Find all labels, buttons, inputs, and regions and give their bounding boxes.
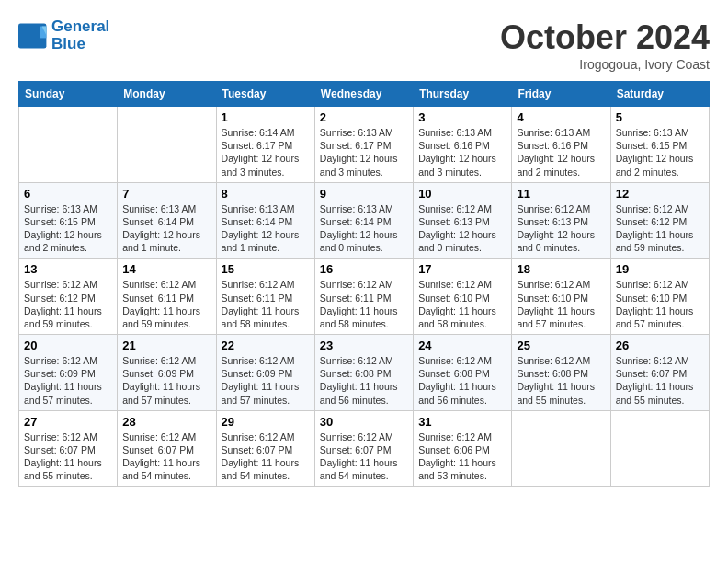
day-number: 13 — [24, 262, 112, 276]
day-number: 15 — [222, 262, 310, 276]
calendar-week-row: 13Sunrise: 6:12 AM Sunset: 6:12 PM Dayli… — [19, 259, 710, 335]
weekday-header-row: SundayMondayTuesdayWednesdayThursdayFrid… — [19, 82, 710, 107]
weekday-header-saturday: Saturday — [610, 82, 709, 107]
day-info: Sunrise: 6:12 AM Sunset: 6:10 PM Dayligh… — [418, 278, 506, 330]
calendar-cell: 27Sunrise: 6:12 AM Sunset: 6:07 PM Dayli… — [19, 410, 118, 487]
logo-icon — [18, 23, 48, 49]
day-info: Sunrise: 6:12 AM Sunset: 6:12 PM Dayligh… — [616, 202, 704, 255]
calendar-cell: 2Sunrise: 6:13 AM Sunset: 6:17 PM Daylig… — [314, 107, 413, 183]
day-info: Sunrise: 6:14 AM Sunset: 6:17 PM Dayligh… — [222, 126, 310, 178]
day-number: 26 — [616, 339, 704, 352]
calendar-cell — [610, 410, 709, 487]
calendar-week-row: 6Sunrise: 6:13 AM Sunset: 6:15 PM Daylig… — [19, 182, 710, 259]
calendar-cell: 29Sunrise: 6:12 AM Sunset: 6:07 PM Dayli… — [216, 410, 314, 487]
day-number: 19 — [616, 262, 704, 276]
day-number: 16 — [320, 262, 408, 276]
calendar-cell: 18Sunrise: 6:12 AM Sunset: 6:10 PM Dayli… — [512, 259, 610, 335]
day-number: 14 — [122, 262, 210, 276]
day-info: Sunrise: 6:12 AM Sunset: 6:10 PM Dayligh… — [517, 278, 605, 330]
day-number: 8 — [222, 187, 310, 201]
day-info: Sunrise: 6:12 AM Sunset: 6:06 PM Dayligh… — [418, 431, 506, 483]
calendar-cell: 15Sunrise: 6:12 AM Sunset: 6:11 PM Dayli… — [216, 259, 314, 335]
day-number: 25 — [517, 339, 605, 352]
calendar-cell: 20Sunrise: 6:12 AM Sunset: 6:09 PM Dayli… — [19, 335, 118, 411]
day-info: Sunrise: 6:12 AM Sunset: 6:12 PM Dayligh… — [24, 278, 112, 330]
calendar-week-row: 27Sunrise: 6:12 AM Sunset: 6:07 PM Dayli… — [19, 410, 710, 487]
day-info: Sunrise: 6:13 AM Sunset: 6:14 PM Dayligh… — [222, 202, 310, 255]
location-subtitle: Irogogoua, Ivory Coast — [500, 57, 710, 72]
calendar-cell: 25Sunrise: 6:12 AM Sunset: 6:08 PM Dayli… — [512, 335, 610, 411]
day-number: 31 — [418, 415, 506, 429]
calendar-cell: 13Sunrise: 6:12 AM Sunset: 6:12 PM Dayli… — [19, 259, 118, 335]
calendar-cell: 6Sunrise: 6:13 AM Sunset: 6:15 PM Daylig… — [19, 182, 118, 259]
calendar-cell: 28Sunrise: 6:12 AM Sunset: 6:07 PM Dayli… — [118, 410, 216, 487]
logo: General Blue — [18, 18, 109, 52]
day-info: Sunrise: 6:13 AM Sunset: 6:16 PM Dayligh… — [418, 126, 506, 178]
calendar-cell: 30Sunrise: 6:12 AM Sunset: 6:07 PM Dayli… — [314, 410, 413, 487]
calendar-cell: 22Sunrise: 6:12 AM Sunset: 6:09 PM Dayli… — [216, 335, 314, 411]
day-number: 21 — [122, 339, 210, 352]
day-info: Sunrise: 6:12 AM Sunset: 6:13 PM Dayligh… — [517, 202, 605, 255]
calendar-cell: 8Sunrise: 6:13 AM Sunset: 6:14 PM Daylig… — [216, 182, 314, 259]
weekday-header-wednesday: Wednesday — [314, 82, 413, 107]
day-number: 28 — [122, 415, 210, 429]
calendar-cell: 16Sunrise: 6:12 AM Sunset: 6:11 PM Dayli… — [314, 259, 413, 335]
calendar-cell: 12Sunrise: 6:12 AM Sunset: 6:12 PM Dayli… — [610, 182, 709, 259]
day-number: 10 — [418, 187, 506, 201]
day-number: 24 — [418, 339, 506, 352]
calendar-cell: 1Sunrise: 6:14 AM Sunset: 6:17 PM Daylig… — [216, 107, 314, 183]
day-number: 23 — [320, 339, 408, 352]
day-info: Sunrise: 6:13 AM Sunset: 6:17 PM Dayligh… — [320, 126, 408, 178]
weekday-header-thursday: Thursday — [414, 82, 512, 107]
calendar-cell: 24Sunrise: 6:12 AM Sunset: 6:08 PM Dayli… — [414, 335, 512, 411]
logo-text-blue: Blue — [51, 36, 109, 53]
day-number: 12 — [616, 187, 704, 201]
day-info: Sunrise: 6:12 AM Sunset: 6:07 PM Dayligh… — [616, 354, 704, 407]
day-info: Sunrise: 6:12 AM Sunset: 6:09 PM Dayligh… — [122, 354, 210, 407]
calendar-cell: 31Sunrise: 6:12 AM Sunset: 6:06 PM Dayli… — [414, 410, 512, 487]
day-info: Sunrise: 6:12 AM Sunset: 6:07 PM Dayligh… — [24, 431, 112, 483]
calendar-cell: 10Sunrise: 6:12 AM Sunset: 6:13 PM Dayli… — [414, 182, 512, 259]
calendar-table: SundayMondayTuesdayWednesdayThursdayFrid… — [18, 81, 710, 487]
weekday-header-sunday: Sunday — [19, 82, 118, 107]
calendar-cell: 21Sunrise: 6:12 AM Sunset: 6:09 PM Dayli… — [118, 335, 216, 411]
day-number: 20 — [24, 339, 112, 352]
calendar-cell: 14Sunrise: 6:12 AM Sunset: 6:11 PM Dayli… — [118, 259, 216, 335]
calendar-cell: 26Sunrise: 6:12 AM Sunset: 6:07 PM Dayli… — [610, 335, 709, 411]
day-info: Sunrise: 6:12 AM Sunset: 6:13 PM Dayligh… — [418, 202, 506, 255]
page-header: General Blue October 2024 Irogogoua, Ivo… — [18, 18, 710, 72]
day-number: 17 — [418, 262, 506, 276]
calendar-cell: 3Sunrise: 6:13 AM Sunset: 6:16 PM Daylig… — [414, 107, 512, 183]
month-title: October 2024 — [500, 18, 710, 57]
day-info: Sunrise: 6:12 AM Sunset: 6:08 PM Dayligh… — [517, 354, 605, 407]
day-number: 22 — [222, 339, 310, 352]
day-number: 18 — [517, 262, 605, 276]
day-number: 2 — [320, 110, 408, 124]
day-info: Sunrise: 6:12 AM Sunset: 6:09 PM Dayligh… — [24, 354, 112, 407]
day-info: Sunrise: 6:13 AM Sunset: 6:16 PM Dayligh… — [517, 126, 605, 178]
calendar-cell: 17Sunrise: 6:12 AM Sunset: 6:10 PM Dayli… — [414, 259, 512, 335]
day-info: Sunrise: 6:12 AM Sunset: 6:07 PM Dayligh… — [122, 431, 210, 483]
calendar-cell — [118, 107, 216, 183]
day-number: 29 — [222, 415, 310, 429]
calendar-cell — [19, 107, 118, 183]
day-number: 30 — [320, 415, 408, 429]
day-number: 11 — [517, 187, 605, 201]
weekday-header-tuesday: Tuesday — [216, 82, 314, 107]
day-number: 1 — [222, 110, 310, 124]
calendar-cell: 5Sunrise: 6:13 AM Sunset: 6:15 PM Daylig… — [610, 107, 709, 183]
day-info: Sunrise: 6:13 AM Sunset: 6:15 PM Dayligh… — [24, 202, 112, 255]
day-info: Sunrise: 6:12 AM Sunset: 6:07 PM Dayligh… — [222, 431, 310, 483]
day-number: 27 — [24, 415, 112, 429]
weekday-header-friday: Friday — [512, 82, 610, 107]
calendar-cell — [512, 410, 610, 487]
day-info: Sunrise: 6:12 AM Sunset: 6:11 PM Dayligh… — [122, 278, 210, 330]
day-info: Sunrise: 6:12 AM Sunset: 6:08 PM Dayligh… — [418, 354, 506, 407]
title-block: October 2024 Irogogoua, Ivory Coast — [500, 18, 710, 72]
calendar-cell: 19Sunrise: 6:12 AM Sunset: 6:10 PM Dayli… — [610, 259, 709, 335]
calendar-cell: 23Sunrise: 6:12 AM Sunset: 6:08 PM Dayli… — [314, 335, 413, 411]
calendar-cell: 7Sunrise: 6:13 AM Sunset: 6:14 PM Daylig… — [118, 182, 216, 259]
day-number: 7 — [122, 187, 210, 201]
day-info: Sunrise: 6:12 AM Sunset: 6:07 PM Dayligh… — [320, 431, 408, 483]
logo-text-general: General — [51, 18, 109, 36]
